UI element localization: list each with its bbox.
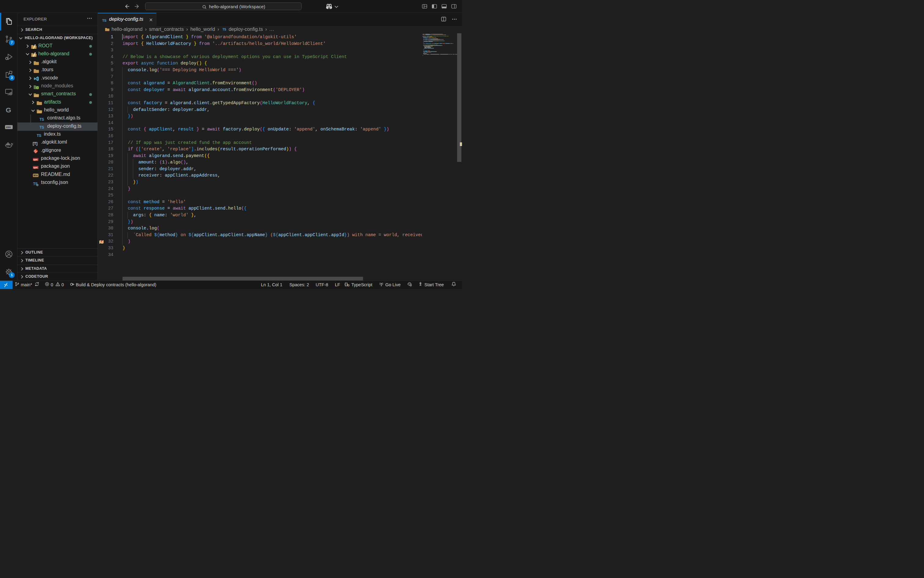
svg-text:TS: TS [102,19,107,22]
svg-text:npm: npm [33,167,37,169]
svg-text:TS: TS [222,28,226,31]
svg-text:M: M [33,174,36,177]
svg-text:TS: TS [37,133,41,138]
svg-text:TS: TS [39,125,44,130]
svg-text:TS: TS [39,117,44,122]
svg-text:npm: npm [33,159,37,161]
svg-text:{: { [345,282,346,286]
svg-text:js: js [36,87,38,89]
svg-text:[T]: [T] [33,141,37,146]
svg-text:G: G [5,106,11,114]
svg-text:.ENV: .ENV [5,126,11,129]
